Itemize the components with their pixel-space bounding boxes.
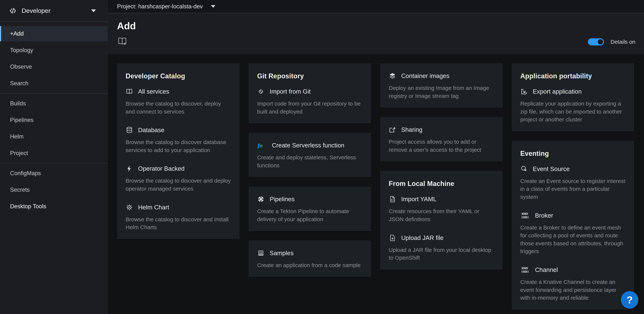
item-header: Upload JAR file [389,234,494,242]
add-item-all-services[interactable]: All servicesBrowse the catalog to discov… [126,88,231,116]
help-button[interactable]: ? [621,291,638,309]
add-item-sharing[interactable]: SharingProject access allows you to add … [389,126,494,154]
card-title: Eventing [520,150,626,157]
item-label: Create Serverless function [272,142,344,149]
sidebar-nav: +AddTopologyObserveSearchBuildsPipelines… [0,22,108,215]
item-header: Container images [389,72,494,80]
book-icon [126,88,133,95]
sidebar-item-observe[interactable]: Observe [0,59,108,74]
card-container-images: Container imagesDeploy an existing Image… [380,63,502,108]
binary-icon [520,266,530,274]
item-header: Event Source [520,165,626,173]
add-item-helm-chart[interactable]: Helm ChartBrowse the catalog to discover… [126,204,231,231]
card-create-serverless-function: fnCreate Serverless functionCreate and d… [248,133,371,177]
book-plus-icon[interactable] [117,36,128,46]
item-header: Samples [257,249,362,257]
content-column-2: Git RepositoryImport from GitImport code… [248,63,371,277]
fn-icon: fn [257,142,267,149]
item-label: Import YAML [401,196,436,203]
git-icon [257,88,264,95]
item-description: Create a Broker to define an event mesh … [520,224,626,255]
card-developer-catalog: Developer CatalogAll servicesBrowse the … [117,63,240,239]
page-header: Add Details on [108,13,644,54]
card-title: Application portability [520,72,626,80]
page-title: Add [117,13,644,31]
details-toggle-label: Details on [611,39,636,45]
add-item-upload-jar-file[interactable]: Upload JAR fileUpload a JAR file from yo… [389,234,494,262]
item-label: Helm Chart [138,204,169,211]
item-label: Samples [270,250,294,257]
file-code-icon [389,195,396,203]
sidebar-item-pipelines[interactable]: Pipelines [0,112,108,128]
item-header: Import from Git [257,88,362,95]
layers-icon [389,72,396,80]
item-label: Import from Git [270,88,311,95]
bolt-icon [126,165,133,172]
add-item-operator-backed[interactable]: Operator BackedBrowse the catalog to dis… [126,165,231,193]
item-description: Deploy an existing Image from an Image r… [389,84,494,100]
sidebar-item-desktop-tools[interactable]: Desktop Tools [0,199,108,214]
item-header: Operator Backed [126,165,231,172]
svg-text:fn: fn [258,142,263,149]
item-header: Sharing [389,126,494,133]
item-label: Database [138,127,164,134]
add-item-broker[interactable]: BrokerCreate a Broker to define an event… [520,212,626,255]
share-icon [389,126,396,133]
card-title: Developer Catalog [126,72,231,80]
item-description: Create resources from their YAML or JSON… [389,207,494,223]
sidebar-item-search[interactable]: Search [0,76,108,91]
export-icon [520,88,528,95]
item-label: Container images [401,72,450,79]
sidebar-item-configmaps[interactable]: ConfigMaps [0,166,108,181]
project-dropdown[interactable]: Project: harshcasper-localsta-dev [117,3,216,10]
sidebar-item-add[interactable]: +Add [0,26,108,41]
code-icon [9,7,17,15]
item-header: Broker [520,212,626,219]
item-header: Pipelines [257,195,362,203]
item-description: Project access allows you to add or remo… [389,138,494,154]
item-header: Helm Chart [126,204,231,211]
event-source-icon [520,165,528,173]
card-git-repository: Git RepositoryImport from GitImport code… [248,63,371,123]
sidebar-item-builds[interactable]: Builds [0,96,108,111]
item-description: Import code from your Git repository to … [257,100,362,116]
content-column-3: Container imagesDeploy an existing Image… [380,63,502,270]
add-item-event-source[interactable]: Event SourceCreate an Event source to re… [520,165,626,201]
add-item-database[interactable]: DatabaseBrowse the catalog to discover d… [126,126,231,154]
add-item-container-images[interactable]: Container imagesDeploy an existing Image… [389,72,494,100]
item-label: Export application [533,88,582,95]
add-item-pipelines[interactable]: PipelinesCreate a Tekton Pipeline to aut… [257,195,362,223]
add-item-import-yaml[interactable]: Import YAMLCreate resources from their Y… [389,195,494,223]
item-header: Import YAML [389,195,494,203]
sidebar-section-divider [0,163,108,163]
add-item-create-serverless-function[interactable]: fnCreate Serverless functionCreate and d… [257,142,362,169]
perspective-switcher[interactable]: Developer [0,0,108,22]
sidebar-item-topology[interactable]: Topology [0,43,108,58]
item-description: Replicate your application by exporting … [520,100,626,124]
card-sharing: SharingProject access allows you to add … [380,117,502,162]
perspective-label: Developer [22,7,50,14]
details-toggle[interactable] [588,38,604,45]
card-eventing: EventingEvent SourceCreate an Event sour… [512,141,634,310]
item-description: Browse the catalog to discover database … [126,138,231,154]
card-application-portability: Application portabilityExport applicatio… [512,63,634,131]
item-label: Sharing [401,126,422,133]
item-label: Upload JAR file [401,234,444,241]
add-item-samples[interactable]: SamplesCreate an application from a code… [257,249,362,269]
item-label: Operator Backed [138,165,184,172]
sidebar-item-project[interactable]: Project [0,146,108,161]
add-item-import-from-git[interactable]: Import from GitImport code from your Git… [257,88,362,116]
add-page-content: Developer CatalogAll servicesBrowse the … [108,54,644,314]
sidebar-item-helm[interactable]: Helm [0,129,108,144]
sidebar-item-secrets[interactable]: Secrets [0,182,108,198]
question-icon: ? [627,295,633,305]
card-pipelines: PipelinesCreate a Tekton Pipeline to aut… [248,187,371,231]
caret-down-icon [91,9,96,12]
add-item-export-application[interactable]: Export applicationReplicate your applica… [520,88,626,124]
main-area: Project: harshcasper-localsta-dev Add De… [108,0,644,314]
add-item-channel[interactable]: ChannelCreate a Knative Channel to creat… [520,266,626,302]
item-label: Pipelines [270,196,294,203]
item-description: Create an Event source to register inter… [520,177,626,201]
card-title: Git Repository [257,72,362,80]
item-header: All services [126,88,231,95]
